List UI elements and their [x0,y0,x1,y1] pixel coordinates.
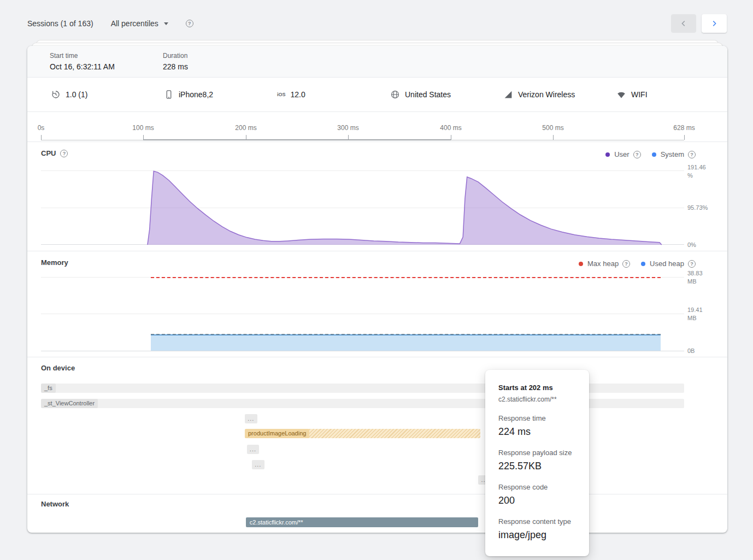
legend-label: System [661,150,684,158]
start-time-block: Start time Oct 16, 6:32:11 AM [50,52,115,71]
network-section: Network c2.staticflickr.com/** [27,494,727,533]
help-icon[interactable] [633,151,641,158]
trace-label: productImageLoading [245,429,309,438]
device-model-label: iPhone8,2 [179,90,213,99]
memory-y-axis-label: 38.83 MB [687,269,703,286]
network-request-label: c2.staticflickr.com/** [246,519,307,526]
collapsed-trace-chip[interactable]: ... [247,445,260,454]
tooltip-field-value: 200 [498,495,576,506]
used-heap-top-line [151,334,661,335]
country-label: United States [405,90,451,99]
timeline-ruler: 0s 100 ms 200 ms 300 ms 400 ms 500 ms 62… [27,112,727,142]
collapsed-trace-chip[interactable]: ... [245,414,257,423]
cpu-title-row: CPU [41,149,68,157]
tooltip-title: Starts at 202 ms [498,384,576,392]
cpu-legend: User System [605,150,696,158]
max-heap-line [151,277,661,278]
on-device-section-title: On device [41,364,75,372]
ruler-tick [41,135,42,140]
percentiles-dropdown-label: All percentiles [111,19,158,28]
app-version-item: 1.0 (1) [51,78,87,111]
os-version-item: iOS 12.0 [277,78,305,111]
percentiles-dropdown[interactable]: All percentiles [111,19,168,28]
device-model-item: iPhone8,2 [164,78,213,111]
carrier-item: Verizon Wireless [503,78,575,111]
cpu-y-axis-label: 0% [687,241,696,249]
duration-value: 228 ms [163,62,188,71]
trace-label: _st_ViewController [41,399,98,408]
ruler-tick [684,135,685,140]
memory-title-row: Memory [41,258,68,267]
legend-dot [641,262,645,266]
ios-icon: iOS [277,92,286,97]
app-version-label: 1.0 (1) [66,90,87,99]
start-time-label: Start time [50,52,115,60]
help-icon[interactable] [622,260,630,268]
memory-legend: Max heap Used heap [579,260,696,268]
ruler-tick-label: 200 ms [235,124,256,132]
ruler-tick-label: 0s [38,124,45,132]
tooltip-field-value: image/jpeg [498,529,576,541]
radio-label: WIFI [631,90,648,99]
tooltip-field-label: Response payload size [498,449,576,457]
session-summary-header: Start time Oct 16, 6:32:11 AM Duration 2… [27,46,727,78]
legend-label: Used heap [650,260,684,268]
session-detail-page: Sessions (1 of 163) All percentiles Star… [0,0,753,560]
trace-bar-product-image-loading[interactable]: productImageLoading [245,429,480,438]
legend-label: User [614,150,629,158]
gridline [41,314,684,314]
carrier-label: Verizon Wireless [518,90,575,99]
tooltip-url: c2.staticflickr.com/** [498,396,576,403]
wifi-icon [616,90,626,99]
tooltip-field-label: Response code [498,483,576,491]
help-icon[interactable] [60,150,68,157]
network-section-title: Network [41,500,69,508]
ruler-tick-label: 628 ms [673,124,695,132]
used-heap-band[interactable] [151,334,661,351]
legend-item-used-heap: Used heap [641,260,696,268]
chevron-right-icon [710,20,718,27]
radio-item: WIFI [616,78,648,111]
next-session-button[interactable] [702,14,727,33]
cpu-y-axis-label: 191.46 % [687,163,706,180]
memory-y-axis-label: 19.41 MB [687,306,703,322]
cpu-section: CPU User System [27,142,727,251]
network-request-bar[interactable]: c2.staticflickr.com/** [246,517,478,527]
device-info-row: 1.0 (1) iPhone8,2 iOS 12.0 United States [27,78,727,112]
previous-session-button[interactable] [671,14,696,33]
chevron-left-icon [680,20,687,27]
help-icon[interactable] [688,151,696,158]
legend-item-max-heap: Max heap [579,260,630,268]
start-time-value: Oct 16, 6:32:11 AM [50,62,115,71]
ruler-emphasis-span [143,139,451,140]
cpu-usage-area-chart [41,168,684,245]
collapsed-trace-chip[interactable]: ... [252,460,264,469]
chevron-down-icon [164,22,168,25]
cpu-y-axis-label: 95.73% [687,204,708,212]
on-device-section: On device _fs _st_ViewController ... pro… [27,357,727,494]
sessions-count-label: Sessions (1 of 163) [27,19,93,28]
network-title-row: Network [41,500,69,508]
tooltip-field-label: Response time [498,414,576,422]
cpu-chart-plot[interactable] [41,168,684,245]
ruler-tick [451,135,451,140]
smartphone-icon [164,90,174,99]
signal-icon [503,90,513,99]
legend-dot [605,152,610,157]
tooltip-field-value: 224 ms [498,426,576,438]
cpu-section-title: CPU [41,149,56,157]
tooltip-field-value: 225.57KB [498,461,576,472]
legend-item-system: System [652,150,696,158]
on-device-title-row: On device [41,364,75,372]
ruler-tick-label: 100 ms [132,124,154,132]
ruler-tick [553,135,554,140]
trace-label: _fs [41,384,56,393]
network-request-tooltip: Starts at 202 ms c2.staticflickr.com/** … [485,370,589,556]
memory-section-title: Memory [41,258,68,267]
country-item: United States [390,78,451,111]
help-icon[interactable] [688,260,696,268]
memory-y-axis-label: 0B [687,347,695,355]
session-card: Start time Oct 16, 6:32:11 AM Duration 2… [27,46,727,533]
help-icon[interactable] [186,20,193,27]
globe-icon [390,90,400,99]
